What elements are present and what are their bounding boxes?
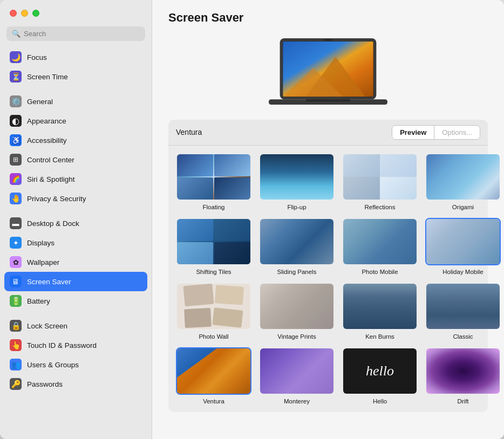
- traffic-lights: [0, 0, 152, 22]
- appearance-icon: ◐: [10, 115, 22, 127]
- screen-time-icon: ⏳: [10, 71, 22, 83]
- grid-label-monterey: Monterey: [284, 398, 310, 404]
- accessibility-icon: ♿: [10, 134, 22, 146]
- sidebar-label-general: General: [27, 98, 53, 106]
- sidebar-item-accessibility[interactable]: ♿ Accessibility: [4, 131, 147, 150]
- grid-label-holiday-mobile: Holiday Mobile: [442, 269, 483, 275]
- grid-label-origami: Origami: [452, 204, 474, 210]
- grid-label-reflections: Reflections: [365, 204, 396, 210]
- sidebar-item-general[interactable]: ⚙️ General: [4, 92, 147, 111]
- thumb-floating: [176, 153, 251, 201]
- selected-screensaver-name: Ventura: [176, 128, 202, 136]
- thumb-classic: [425, 283, 501, 330]
- page-title: Screen Saver: [168, 11, 488, 25]
- sidebar-label-lock-screen: Lock Screen: [27, 322, 67, 330]
- lock-screen-icon: 🔒: [10, 320, 22, 332]
- sidebar-label-wallpaper: Wallpaper: [27, 258, 59, 266]
- thumb-holiday-mobile: [425, 218, 501, 265]
- grid-item-flipup[interactable]: Flip-up: [259, 153, 335, 210]
- sidebar-item-wallpaper[interactable]: ✿ Wallpaper: [4, 252, 147, 272]
- maximize-button[interactable]: [32, 10, 39, 17]
- minimize-button[interactable]: [21, 10, 28, 17]
- grid-label-floating: Floating: [203, 204, 225, 210]
- sidebar-item-displays[interactable]: ✦ Displays: [4, 233, 147, 252]
- grid-label-sliding-panels: Sliding Panels: [277, 269, 317, 275]
- options-button[interactable]: Options...: [434, 126, 480, 139]
- grid-label-flipup: Flip-up: [287, 204, 306, 210]
- grid-item-photo-wall[interactable]: Photo Wall: [176, 283, 251, 340]
- grid-label-photo-wall: Photo Wall: [199, 333, 228, 340]
- sidebar-item-desktop-dock[interactable]: ▬ Desktop & Dock: [4, 214, 147, 233]
- grid-label-shifting-tiles: Shifting Tiles: [196, 269, 231, 275]
- sidebar-item-lock-screen[interactable]: 🔒 Lock Screen: [4, 316, 147, 335]
- grid-item-classic[interactable]: Classic: [425, 283, 501, 340]
- sidebar-list: 🌙 Focus ⏳ Screen Time ⚙️ General ◐ Appea…: [0, 47, 152, 439]
- thumb-drift: [425, 347, 501, 395]
- grid-item-ken-burns[interactable]: Ken Burns: [342, 283, 418, 340]
- thumb-ken-burns: [342, 283, 418, 330]
- sidebar-item-passwords[interactable]: 🔑 Passwords: [4, 374, 147, 394]
- sidebar-item-focus[interactable]: 🌙 Focus: [4, 47, 147, 67]
- touch-id-icon: 👆: [10, 339, 22, 351]
- grid-label-vintage-prints: Vintage Prints: [277, 333, 316, 340]
- sidebar-item-siri-spotlight[interactable]: 🌈 Siri & Spotlight: [4, 169, 147, 189]
- sidebar: 🔍 🌙 Focus ⏳ Screen Time ⚙️ General ◐: [0, 0, 152, 439]
- thumb-hello: hello: [342, 347, 418, 395]
- main-content: Screen Saver: [152, 0, 504, 439]
- thumb-photo-mobile: [342, 218, 418, 265]
- grid-item-holiday-mobile[interactable]: Holiday Mobile: [425, 218, 501, 275]
- search-bar[interactable]: 🔍: [6, 26, 145, 41]
- grid-item-sliding-panels[interactable]: Sliding Panels: [259, 218, 335, 275]
- grid-item-floating[interactable]: Floating: [176, 153, 251, 210]
- privacy-icon: 🤚: [10, 193, 22, 204]
- passwords-icon: 🔑: [10, 378, 22, 390]
- thumb-sliding-panels: [259, 218, 335, 265]
- laptop-svg: [269, 35, 387, 109]
- sidebar-item-screen-time[interactable]: ⏳ Screen Time: [4, 67, 147, 86]
- sidebar-label-desktop-dock: Desktop & Dock: [27, 220, 79, 228]
- sidebar-item-touch-id[interactable]: 👆 Touch ID & Password: [4, 335, 147, 355]
- grid-label-classic: Classic: [453, 333, 473, 340]
- battery-icon: 🔋: [10, 295, 22, 307]
- screensaver-grid: Floating Flip-up Reflections: [168, 146, 488, 412]
- grid-item-ventura[interactable]: Ventura: [176, 347, 251, 404]
- grid-item-origami[interactable]: Origami: [425, 153, 501, 210]
- sidebar-item-screen-saver[interactable]: 🖥 Screen Saver: [4, 272, 147, 291]
- thumb-shifting-tiles: [176, 218, 251, 265]
- grid-label-drift: Drift: [457, 398, 468, 404]
- sidebar-label-siri: Siri & Spotlight: [27, 175, 75, 183]
- focus-icon: 🌙: [10, 51, 22, 63]
- grid-item-shifting-tiles[interactable]: Shifting Tiles: [176, 218, 251, 275]
- sidebar-label-users-groups: Users & Groups: [27, 361, 79, 369]
- sidebar-label-passwords: Passwords: [27, 380, 63, 388]
- sidebar-label-battery: Battery: [27, 297, 50, 305]
- grid-item-monterey[interactable]: Monterey: [259, 347, 335, 404]
- grid-item-vintage-prints[interactable]: Vintage Prints: [259, 283, 335, 340]
- grid-item-hello[interactable]: hello Hello: [342, 347, 418, 404]
- grid-label-photo-mobile: Photo Mobile: [362, 269, 398, 275]
- search-input[interactable]: [24, 30, 140, 38]
- sidebar-item-appearance[interactable]: ◐ Appearance: [4, 111, 147, 131]
- sidebar-item-users-groups[interactable]: 👥 Users & Groups: [4, 355, 147, 374]
- preview-button[interactable]: Preview: [392, 126, 434, 139]
- thumb-photo-wall: [176, 283, 251, 330]
- sidebar-label-screen-time: Screen Time: [27, 73, 68, 81]
- sidebar-label-screen-saver: Screen Saver: [27, 278, 71, 286]
- close-button[interactable]: [10, 10, 17, 17]
- svg-rect-7: [306, 99, 351, 101]
- sidebar-item-battery[interactable]: 🔋 Battery: [4, 291, 147, 311]
- wallpaper-icon: ✿: [10, 256, 22, 268]
- grid-item-reflections[interactable]: Reflections: [342, 153, 418, 210]
- general-icon: ⚙️: [10, 95, 22, 107]
- laptop-preview: [168, 35, 488, 109]
- sidebar-item-control-center[interactable]: ⊞ Control Center: [4, 150, 147, 169]
- grid-item-photo-mobile[interactable]: Photo Mobile: [342, 218, 418, 275]
- thumb-monterey: [259, 347, 335, 395]
- sidebar-item-privacy-security[interactable]: 🤚 Privacy & Security: [4, 189, 147, 208]
- grid-label-ventura: Ventura: [203, 398, 224, 404]
- displays-icon: ✦: [10, 237, 22, 249]
- svg-rect-8: [324, 39, 333, 40]
- sidebar-label-displays: Displays: [27, 239, 55, 247]
- screen-saver-icon: 🖥: [10, 276, 22, 287]
- grid-item-drift[interactable]: Drift: [425, 347, 501, 404]
